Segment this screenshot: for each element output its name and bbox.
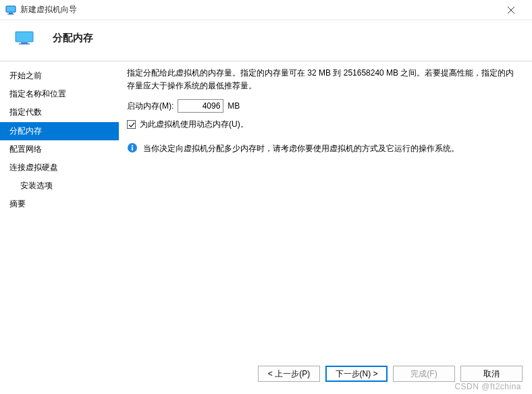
memory-unit: MB <box>228 100 240 113</box>
close-button[interactable] <box>496 0 527 20</box>
check-icon <box>128 121 135 128</box>
dynamic-memory-row: 为此虚拟机使用动态内存(U)。 <box>127 118 518 131</box>
sidebar-item-label: 配置网络 <box>9 144 42 154</box>
sidebar-item-assign-memory[interactable]: 分配内存 <box>0 122 119 140</box>
sidebar-item-connect-vhd[interactable]: 连接虚拟硬盘 <box>0 159 119 177</box>
wizard-content: 指定分配给此虚拟机的内存量。指定的内存量可在 32 MB 到 251658240… <box>119 61 532 345</box>
sidebar-item-label: 摘要 <box>9 199 26 208</box>
sidebar-item-installation-options[interactable]: 安装选项 <box>0 177 119 195</box>
svg-rect-6 <box>16 32 33 42</box>
dynamic-memory-label: 为此虚拟机使用动态内存(U)。 <box>140 118 248 131</box>
wizard-header: 分配内存 <box>0 20 532 61</box>
info-icon <box>127 142 138 153</box>
sidebar-item-label: 安装选项 <box>20 181 53 190</box>
sidebar-item-label: 指定名称和位置 <box>9 89 66 98</box>
titlebar: 新建虚拟机向导 <box>0 0 532 20</box>
sidebar-item-label: 开始之前 <box>9 71 42 80</box>
previous-button[interactable]: < 上一步(P) <box>258 366 320 382</box>
wizard-header-icon <box>14 30 35 46</box>
svg-rect-7 <box>21 43 28 44</box>
startup-memory-row: 启动内存(M): MB <box>127 99 518 113</box>
svg-rect-8 <box>19 44 30 45</box>
memory-description: 指定分配给此虚拟机的内存量。指定的内存量可在 32 MB 到 251658240… <box>127 67 518 92</box>
startup-memory-label: 启动内存(M): <box>127 100 174 113</box>
sidebar-item-before-you-begin[interactable]: 开始之前 <box>0 67 119 85</box>
sidebar-item-specify-generation[interactable]: 指定代数 <box>0 103 119 121</box>
startup-memory-input[interactable] <box>178 99 223 113</box>
sidebar-item-configure-networking[interactable]: 配置网络 <box>0 140 119 159</box>
svg-rect-3 <box>7 13 14 14</box>
sidebar-item-specify-name-location[interactable]: 指定名称和位置 <box>0 85 119 103</box>
info-text: 当你决定向虚拟机分配多少内存时，请考虑你要使用虚拟机的方式及它运行的操作系统。 <box>143 142 518 155</box>
svg-rect-10 <box>132 147 133 150</box>
app-icon <box>5 5 16 16</box>
close-icon <box>508 7 514 13</box>
min-memory-value: 32 MB <box>307 68 331 78</box>
svg-rect-0 <box>6 6 16 12</box>
info-row: 当你决定向虚拟机分配多少内存时，请考虑你要使用虚拟机的方式及它运行的操作系统。 <box>127 142 518 155</box>
sidebar-item-label: 连接虚拟硬盘 <box>9 163 58 172</box>
next-button[interactable]: 下一步(N) > <box>325 366 388 382</box>
sidebar-item-label: 指定代数 <box>9 107 42 117</box>
window-title: 新建虚拟机向导 <box>20 4 77 16</box>
sidebar-item-summary[interactable]: 摘要 <box>0 195 119 213</box>
cancel-button[interactable]: 取消 <box>460 366 523 382</box>
wizard-sidebar: 开始之前 指定名称和位置 指定代数 分配内存 配置网络 连接虚拟硬盘 安装选项 … <box>0 61 119 345</box>
wizard-footer: < 上一步(P) 下一步(N) > 完成(F) 取消 <box>0 354 532 394</box>
page-title: 分配内存 <box>53 32 93 45</box>
wizard-body: 开始之前 指定名称和位置 指定代数 分配内存 配置网络 连接虚拟硬盘 安装选项 … <box>0 61 532 345</box>
sidebar-item-label: 分配内存 <box>9 126 42 136</box>
finish-button[interactable]: 完成(F) <box>393 366 455 382</box>
svg-rect-11 <box>132 145 133 146</box>
svg-rect-2 <box>9 13 13 14</box>
dynamic-memory-checkbox[interactable] <box>127 120 136 129</box>
max-memory-value: 251658240 MB <box>344 68 398 78</box>
